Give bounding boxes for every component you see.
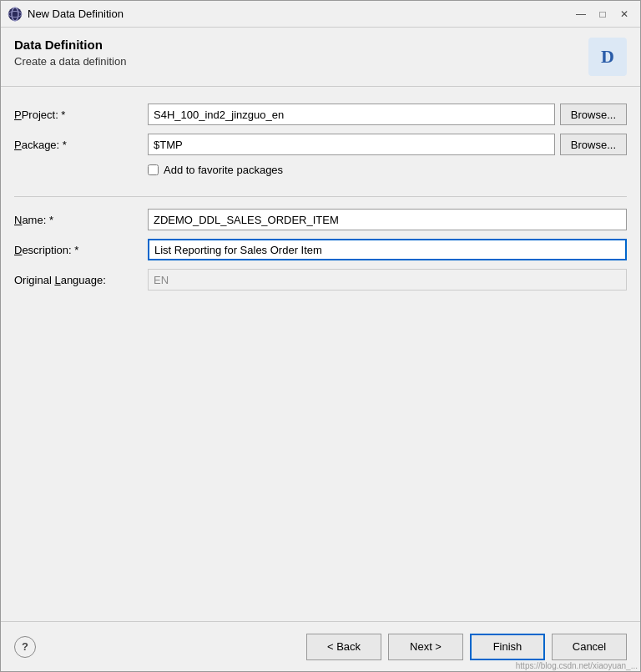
header-subtitle: Create a data definition	[14, 55, 126, 68]
cancel-button[interactable]: Cancel	[552, 634, 627, 660]
project-row: PProject: * Browse...	[14, 104, 627, 125]
footer: ? < Back Next > Finish Cancel	[1, 621, 640, 671]
original-language-row: Original Language:	[14, 269, 627, 291]
title-bar: New Data Definition — □ ✕	[1, 1, 640, 28]
window-title: New Data Definition	[28, 8, 124, 20]
favorite-packages-label[interactable]: Add to favorite packages	[164, 164, 283, 176]
name-row: Name: *	[14, 209, 627, 230]
eclipse-icon	[8, 7, 23, 22]
finish-button[interactable]: Finish	[470, 634, 545, 660]
description-input[interactable]	[148, 239, 627, 260]
maximize-button[interactable]: □	[593, 5, 612, 23]
project-label-underline: P	[14, 109, 22, 121]
name-label-underline: N	[14, 214, 22, 226]
description-row: Description: *	[14, 239, 627, 260]
name-label: Name: *	[14, 214, 148, 226]
back-button[interactable]: < Back	[306, 634, 381, 660]
header-section: Data Definition Create a data definition…	[1, 28, 640, 87]
project-input[interactable]	[148, 104, 555, 125]
next-button[interactable]: Next >	[388, 634, 463, 660]
project-browse-button[interactable]: Browse...	[560, 104, 627, 125]
original-language-label-underline: L	[54, 274, 60, 286]
name-input[interactable]	[148, 209, 627, 230]
description-label-underline: D	[14, 244, 22, 256]
title-bar-controls: — □ ✕	[572, 5, 633, 23]
project-label: PProject: *	[14, 109, 148, 121]
original-language-label: Original Language:	[14, 274, 148, 286]
close-button[interactable]: ✕	[615, 5, 633, 23]
package-browse-button[interactable]: Browse...	[560, 134, 627, 155]
footer-right: < Back Next > Finish Cancel	[306, 634, 627, 660]
favorite-packages-checkbox[interactable]	[148, 164, 159, 175]
header-text: Data Definition Create a data definition	[14, 38, 126, 68]
minimize-button[interactable]: —	[572, 5, 590, 23]
description-label: Description: *	[14, 244, 148, 256]
package-label: Package: *	[14, 139, 148, 151]
package-label-underline: P	[14, 139, 22, 151]
content: PProject: * Browse... Package: * Browse.…	[1, 87, 640, 621]
separator	[14, 196, 627, 197]
title-bar-left: New Data Definition	[8, 7, 124, 22]
help-button[interactable]: ?	[14, 636, 36, 658]
window: New Data Definition — □ ✕ Data Definitio…	[0, 0, 641, 672]
package-input[interactable]	[148, 134, 555, 155]
checkbox-row: Add to favorite packages	[148, 164, 627, 176]
header-logo: D	[588, 38, 627, 76]
svg-point-0	[8, 8, 22, 21]
package-row: Package: * Browse...	[14, 134, 627, 155]
footer-left: ?	[14, 636, 36, 658]
header-title: Data Definition	[14, 38, 126, 52]
original-language-input[interactable]	[148, 269, 627, 291]
